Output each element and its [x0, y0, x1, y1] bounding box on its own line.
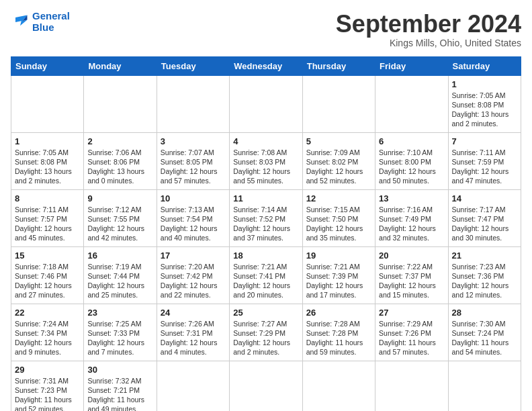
day-number: 1 [452, 79, 517, 89]
calendar-week-row: 1Sunrise: 7:05 AMSunset: 8:08 PMDaylight… [11, 132, 521, 189]
day-number: 19 [306, 250, 371, 261]
calendar-cell [84, 75, 157, 132]
day-of-week-header: Monday [84, 56, 157, 75]
day-number: 15 [15, 250, 80, 261]
day-info: Sunrise: 7:29 AMSunset: 7:26 PMDaylight:… [379, 319, 444, 357]
logo-text: General Blue [32, 11, 70, 33]
day-of-week-header: Sunday [11, 56, 84, 75]
day-info: Sunrise: 7:32 AMSunset: 7:21 PMDaylight:… [87, 376, 152, 411]
calendar-cell [230, 75, 302, 132]
day-number: 25 [233, 308, 298, 318]
day-info: Sunrise: 7:10 AMSunset: 8:00 PMDaylight:… [379, 148, 444, 186]
day-number: 11 [233, 193, 298, 203]
day-info: Sunrise: 7:25 AMSunset: 7:33 PMDaylight:… [87, 319, 152, 357]
day-number: 30 [87, 365, 152, 375]
calendar-cell: 25Sunrise: 7:27 AMSunset: 7:29 PMDayligh… [230, 304, 302, 361]
day-of-week-header: Saturday [448, 56, 521, 75]
day-number: 27 [379, 308, 444, 318]
calendar-cell [157, 75, 229, 132]
calendar-week-row: 1Sunrise: 7:05 AMSunset: 8:08 PMDaylight… [11, 75, 521, 132]
calendar-cell [375, 75, 448, 132]
month-title: September 2024 [336, 11, 521, 38]
day-of-week-header: Wednesday [230, 56, 302, 75]
day-info: Sunrise: 7:09 AMSunset: 8:02 PMDaylight:… [306, 148, 371, 186]
location: Kings Mills, Ohio, United States [336, 38, 521, 48]
day-info: Sunrise: 7:31 AMSunset: 7:23 PMDaylight:… [15, 376, 80, 411]
day-info: Sunrise: 7:16 AMSunset: 7:49 PMDaylight:… [379, 205, 444, 243]
day-info: Sunrise: 7:06 AMSunset: 8:06 PMDaylight:… [87, 148, 152, 186]
day-number: 2 [87, 136, 152, 146]
day-info: Sunrise: 7:26 AMSunset: 7:31 PMDaylight:… [161, 319, 226, 357]
calendar-cell: 29Sunrise: 7:31 AMSunset: 7:23 PMDayligh… [11, 361, 84, 411]
calendar-cell: 5Sunrise: 7:09 AMSunset: 8:02 PMDaylight… [302, 132, 375, 189]
calendar-cell: 16Sunrise: 7:19 AMSunset: 7:44 PMDayligh… [84, 246, 157, 304]
day-number: 6 [379, 136, 444, 146]
day-info: Sunrise: 7:21 AMSunset: 7:39 PMDaylight:… [306, 262, 371, 300]
day-info: Sunrise: 7:24 AMSunset: 7:34 PMDaylight:… [15, 319, 80, 357]
calendar-cell: 13Sunrise: 7:16 AMSunset: 7:49 PMDayligh… [375, 189, 448, 246]
calendar-cell [448, 361, 521, 411]
calendar-cell: 6Sunrise: 7:10 AMSunset: 8:00 PMDaylight… [375, 132, 448, 189]
day-info: Sunrise: 7:23 AMSunset: 7:36 PMDaylight:… [452, 262, 517, 300]
day-info: Sunrise: 7:05 AMSunset: 8:08 PMDaylight:… [452, 91, 517, 129]
calendar-cell: 28Sunrise: 7:30 AMSunset: 7:24 PMDayligh… [448, 304, 521, 361]
calendar-cell: 24Sunrise: 7:26 AMSunset: 7:31 PMDayligh… [157, 304, 229, 361]
day-number: 17 [161, 250, 226, 261]
day-number: 24 [161, 308, 226, 318]
calendar-cell [157, 361, 229, 411]
svg-marker-0 [15, 15, 28, 26]
calendar-cell: 15Sunrise: 7:18 AMSunset: 7:46 PMDayligh… [11, 246, 84, 304]
page-header: General Blue September 2024 Kings Mills,… [11, 11, 521, 48]
calendar-week-row: 22Sunrise: 7:24 AMSunset: 7:34 PMDayligh… [11, 304, 521, 361]
day-info: Sunrise: 7:12 AMSunset: 7:55 PMDaylight:… [87, 205, 152, 243]
calendar-cell [302, 75, 375, 132]
day-number: 22 [15, 308, 80, 318]
calendar-cell: 17Sunrise: 7:20 AMSunset: 7:42 PMDayligh… [157, 246, 229, 304]
day-info: Sunrise: 7:28 AMSunset: 7:28 PMDaylight:… [306, 319, 371, 357]
day-number: 4 [233, 136, 298, 146]
day-info: Sunrise: 7:15 AMSunset: 7:50 PMDaylight:… [306, 205, 371, 243]
day-number: 14 [452, 193, 517, 203]
day-info: Sunrise: 7:08 AMSunset: 8:03 PMDaylight:… [233, 148, 298, 186]
day-number: 1 [15, 136, 80, 146]
day-number: 8 [15, 193, 80, 203]
calendar-cell: 19Sunrise: 7:21 AMSunset: 7:39 PMDayligh… [302, 246, 375, 304]
calendar-cell: 18Sunrise: 7:21 AMSunset: 7:41 PMDayligh… [230, 246, 302, 304]
day-of-week-header: Thursday [302, 56, 375, 75]
day-info: Sunrise: 7:19 AMSunset: 7:44 PMDaylight:… [87, 262, 152, 300]
calendar-cell: 7Sunrise: 7:11 AMSunset: 7:59 PMDaylight… [448, 132, 521, 189]
calendar-cell: 21Sunrise: 7:23 AMSunset: 7:36 PMDayligh… [448, 246, 521, 304]
day-number: 28 [452, 308, 517, 318]
day-info: Sunrise: 7:22 AMSunset: 7:37 PMDaylight:… [379, 262, 444, 300]
day-info: Sunrise: 7:11 AMSunset: 7:59 PMDaylight:… [452, 148, 517, 186]
day-number: 26 [306, 308, 371, 318]
day-info: Sunrise: 7:14 AMSunset: 7:52 PMDaylight:… [233, 205, 298, 243]
calendar-cell: 30Sunrise: 7:32 AMSunset: 7:21 PMDayligh… [84, 361, 157, 411]
day-info: Sunrise: 7:18 AMSunset: 7:46 PMDaylight:… [15, 262, 80, 300]
day-number: 18 [233, 250, 298, 261]
day-number: 29 [15, 365, 80, 375]
day-number: 5 [306, 136, 371, 146]
calendar-cell: 1Sunrise: 7:05 AMSunset: 8:08 PMDaylight… [448, 75, 521, 132]
day-info: Sunrise: 7:13 AMSunset: 7:54 PMDaylight:… [161, 205, 226, 243]
day-info: Sunrise: 7:11 AMSunset: 7:57 PMDaylight:… [15, 205, 80, 243]
calendar-cell: 2Sunrise: 7:06 AMSunset: 8:06 PMDaylight… [84, 132, 157, 189]
day-info: Sunrise: 7:27 AMSunset: 7:29 PMDaylight:… [233, 319, 298, 357]
calendar-cell: 20Sunrise: 7:22 AMSunset: 7:37 PMDayligh… [375, 246, 448, 304]
calendar-cell: 27Sunrise: 7:29 AMSunset: 7:26 PMDayligh… [375, 304, 448, 361]
calendar-cell: 22Sunrise: 7:24 AMSunset: 7:34 PMDayligh… [11, 304, 84, 361]
calendar-cell [230, 361, 302, 411]
calendar-cell: 10Sunrise: 7:13 AMSunset: 7:54 PMDayligh… [157, 189, 229, 246]
day-number: 9 [87, 193, 152, 203]
day-number: 13 [379, 193, 444, 203]
day-number: 20 [379, 250, 444, 261]
calendar-cell: 26Sunrise: 7:28 AMSunset: 7:28 PMDayligh… [302, 304, 375, 361]
calendar-cell [375, 361, 448, 411]
day-info: Sunrise: 7:20 AMSunset: 7:42 PMDaylight:… [161, 262, 226, 300]
calendar-cell: 1Sunrise: 7:05 AMSunset: 8:08 PMDaylight… [11, 132, 84, 189]
calendar-cell [302, 361, 375, 411]
day-number: 12 [306, 193, 371, 203]
calendar-cell: 12Sunrise: 7:15 AMSunset: 7:50 PMDayligh… [302, 189, 375, 246]
calendar-week-row: 29Sunrise: 7:31 AMSunset: 7:23 PMDayligh… [11, 361, 521, 411]
calendar-cell [11, 75, 84, 132]
